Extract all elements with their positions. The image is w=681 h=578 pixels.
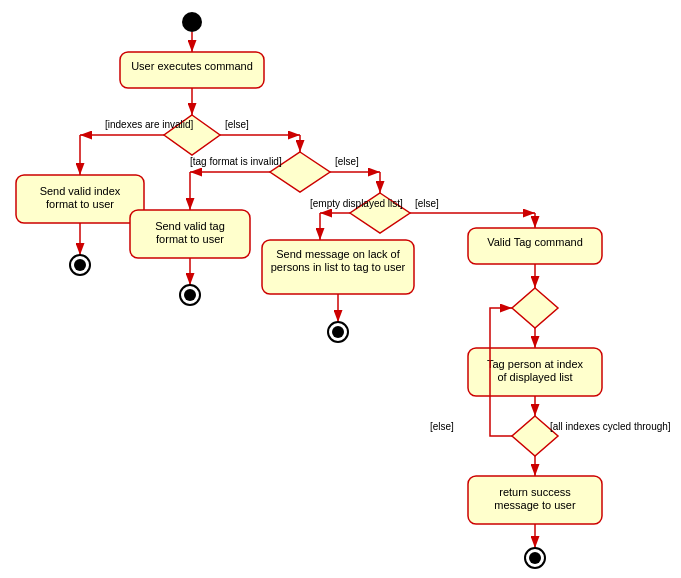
lack-label2: persons in list to tag to user <box>271 261 406 273</box>
send-valid-tag-label1: Send valid tag <box>155 220 225 232</box>
label-all-indexes: [all indexes cycled through] <box>550 421 671 432</box>
tag-person-label2: of displayed list <box>497 371 572 383</box>
label-else4: [else] <box>430 421 454 432</box>
send-valid-tag-label2: format to user <box>156 233 224 245</box>
end2-inner <box>184 289 196 301</box>
end1-inner <box>74 259 86 271</box>
label-empty-list: [empty displayed list] <box>310 198 403 209</box>
label-else3: [else] <box>415 198 439 209</box>
label-else2: [else] <box>335 156 359 167</box>
end3-inner <box>332 326 344 338</box>
success-label1: return success <box>499 486 571 498</box>
success-label2: message to user <box>494 499 576 511</box>
send-valid-index-label1: Send valid index <box>40 185 121 197</box>
end4-inner <box>529 552 541 564</box>
lack-label1: Send message on lack of <box>276 248 400 260</box>
decision4-diamond <box>512 288 558 328</box>
user-executes-label: User executes command <box>131 60 253 72</box>
tag-person-label1: Tag person at index <box>487 358 584 370</box>
label-indexes-invalid: [indexes are invalid] <box>105 119 194 130</box>
send-valid-index-label2: format to user <box>46 198 114 210</box>
label-else1: [else] <box>225 119 249 130</box>
start-node <box>182 12 202 32</box>
diagram-svg: User executes command [indexes are inval… <box>0 0 681 578</box>
label-tag-format: [tag format is invalid] <box>190 156 282 167</box>
valid-tag-label: Valid Tag command <box>487 236 583 248</box>
